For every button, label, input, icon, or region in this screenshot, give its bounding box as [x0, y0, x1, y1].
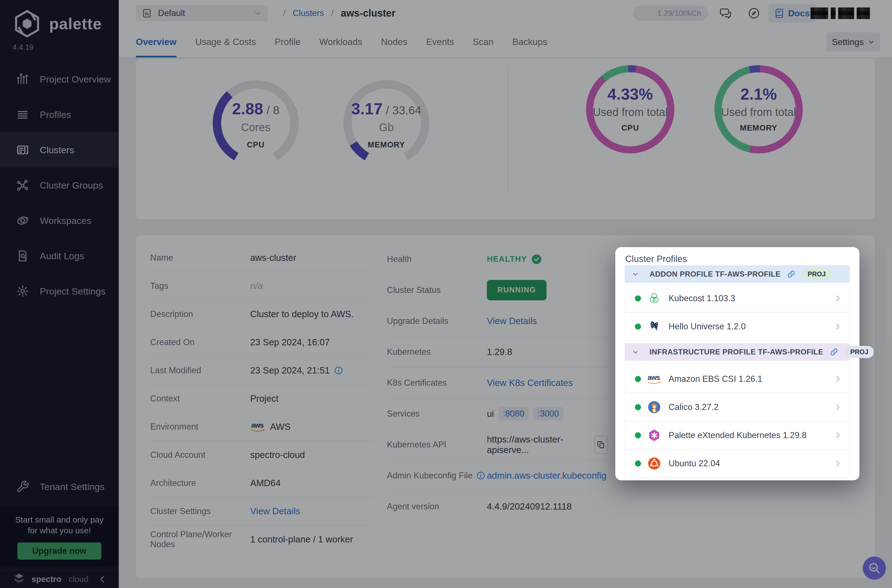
- pack-row-calico[interactable]: Calico 3.27.2: [625, 393, 850, 421]
- chevron-right-icon: [834, 322, 842, 331]
- proj-scope-badge: PROJ: [802, 268, 831, 280]
- pack-status-dot: [635, 460, 641, 466]
- palette-cluster-overview-screen: palette 4.4.19 Project Overview Profiles: [0, 0, 892, 588]
- kubecost-logo: [647, 292, 661, 305]
- pack-status-dot: [635, 404, 641, 410]
- pack-row-kubecost[interactable]: Kubecost 1.103.3: [625, 285, 850, 312]
- pack-status-dot: [635, 376, 641, 382]
- ubuntu-logo: [647, 457, 661, 470]
- link-icon[interactable]: [830, 348, 838, 356]
- pack-row-palette-extended-kubernetes[interactable]: Palette eXtended Kubernetes 1.29.8: [625, 422, 850, 449]
- chevron-right-icon: [834, 294, 842, 303]
- chevron-right-icon: [834, 403, 842, 411]
- aws-logo: aws: [647, 372, 661, 386]
- proj-scope-badge: PROJ: [845, 346, 874, 358]
- chevron-right-icon: [834, 459, 842, 468]
- chevron-right-icon: [834, 431, 842, 440]
- butterfly-logo: [647, 320, 661, 333]
- calico-logo: [647, 400, 661, 414]
- section-label: ADDON PROFILE TF-AWS-PROFILE: [650, 270, 781, 279]
- link-icon[interactable]: [787, 270, 795, 278]
- pack-status-dot: [635, 324, 641, 330]
- addon-profile-section-header[interactable]: ADDON PROFILE TF-AWS-PROFILE PROJ: [625, 265, 850, 283]
- section-label: INFRASTRUCTURE PROFILE TF-AWS-PROFILE: [650, 348, 823, 356]
- pxk-logo: [647, 429, 661, 442]
- popup-title: Cluster Profiles: [625, 254, 687, 264]
- chevron-down-icon: [632, 348, 639, 356]
- pack-row-ubuntu[interactable]: Ubuntu 22.04: [625, 450, 850, 477]
- chevron-down-icon: [632, 270, 639, 278]
- cluster-profiles-popup: Cluster Profiles ADDON PROFILE TF-AWS-PR…: [615, 247, 859, 480]
- pack-row-amazon-ebs-csi[interactable]: aws Amazon EBS CSI 1.26.1: [625, 365, 850, 393]
- pack-row-hello-universe[interactable]: Hello Universe 1.2.0: [625, 313, 850, 340]
- pack-status-dot: [635, 296, 641, 302]
- pack-status-dot: [635, 432, 641, 438]
- chevron-right-icon: [834, 375, 842, 383]
- infrastructure-profile-section-header[interactable]: INFRASTRUCTURE PROFILE TF-AWS-PROFILE PR…: [625, 343, 850, 361]
